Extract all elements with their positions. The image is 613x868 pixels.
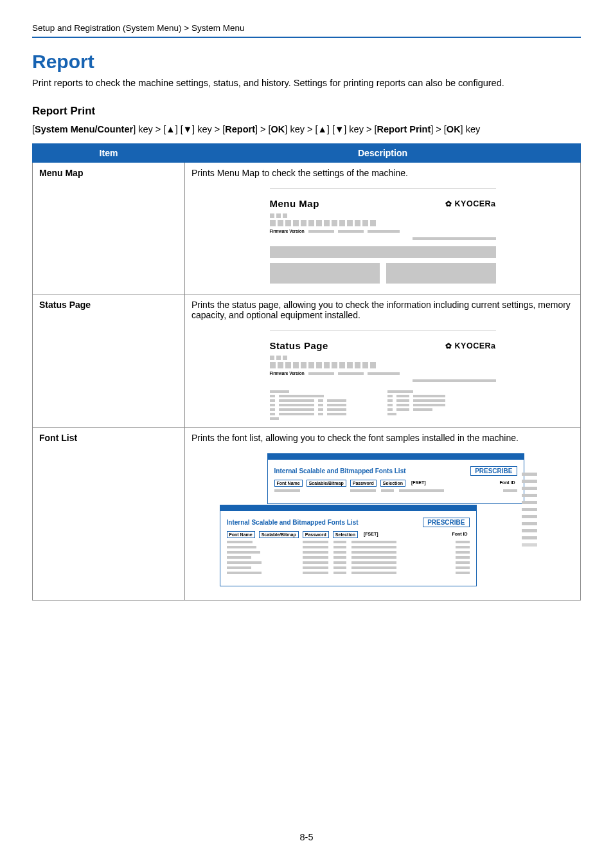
- description-cell: Prints Menu Map to check the settings of…: [185, 163, 581, 294]
- table-row: Font List Prints the font list, allowing…: [33, 428, 581, 601]
- th-item: Item: [33, 144, 185, 163]
- report-table: Item Description Menu Map Prints Menu Ma…: [32, 143, 581, 601]
- divider: [32, 37, 581, 38]
- font-list-illustration: Internal Scalable and Bitmapped Fonts Li…: [216, 453, 550, 595]
- navigation-path: [System Menu/Counter] key > [▲] [▼] key …: [32, 124, 581, 134]
- table-row: Menu Map Prints Menu Map to check the se…: [33, 163, 581, 294]
- illus-title: Menu Map: [270, 198, 319, 209]
- item-cell: Status Page: [33, 294, 185, 428]
- page-number: 8-5: [0, 832, 613, 842]
- brand-mark-icon: ✿: [445, 341, 452, 350]
- row-description: Prints the status page, allowing you to …: [191, 300, 574, 320]
- breadcrumb: Setup and Registration (System Menu) > S…: [32, 23, 581, 33]
- brand-logo: ✿ KYOCERa: [445, 199, 495, 208]
- table-row: Status Page Prints the status page, allo…: [33, 294, 581, 428]
- status-page-illustration: Status Page ✿ KYOCERa Firmware Versio: [270, 330, 496, 422]
- item-cell: Font List: [33, 428, 185, 601]
- brand-logo: ✿ KYOCERa: [445, 341, 495, 350]
- brand-mark-icon: ✿: [445, 199, 452, 208]
- description-cell: Prints the status page, allowing you to …: [185, 294, 581, 428]
- item-cell: Menu Map: [33, 163, 185, 294]
- lead-text: Print reports to check the machine setti…: [32, 78, 581, 88]
- row-description: Prints Menu Map to check the settings of…: [191, 168, 574, 178]
- illus-title: Status Page: [270, 340, 328, 351]
- description-cell: Prints the font list, allowing you to ch…: [185, 428, 581, 601]
- menu-map-illustration: Menu Map ✿ KYOCERa Firmware Version: [270, 188, 496, 289]
- th-description: Description: [185, 144, 581, 163]
- row-description: Prints the font list, allowing you to ch…: [191, 433, 574, 443]
- section-heading: Report Print: [32, 105, 581, 118]
- page-title: Report: [32, 51, 581, 73]
